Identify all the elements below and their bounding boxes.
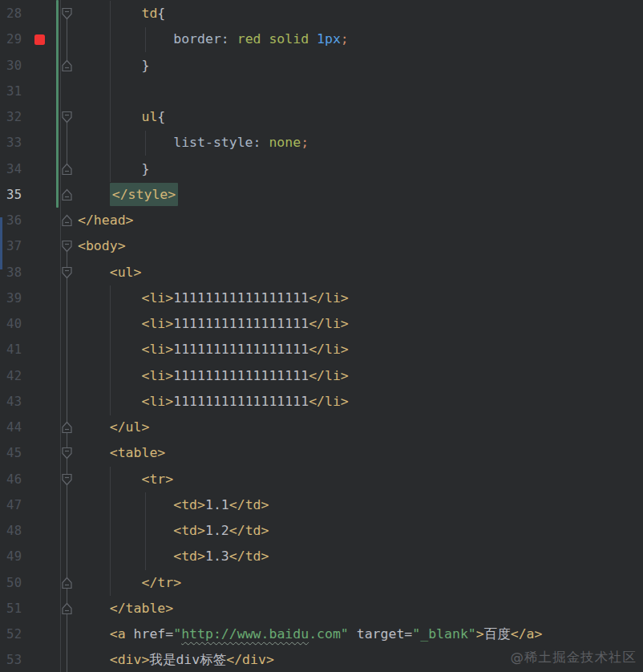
fold-end-icon[interactable] — [62, 163, 72, 176]
code-line-51[interactable]: 51 </table> — [0, 596, 643, 621]
code-text: <li>11111111111111111</li> — [78, 337, 349, 362]
fold-start-icon[interactable] — [62, 240, 72, 253]
fold-start-icon[interactable] — [62, 7, 72, 20]
code-line-50[interactable]: 50 </tr> — [0, 570, 643, 596]
code-text: </head> — [78, 208, 134, 233]
code-line-49[interactable]: 49 <td>1.3</td> — [0, 544, 643, 569]
code-line-46[interactable]: 46 <tr> — [0, 467, 643, 492]
code-text: td{ — [78, 1, 165, 26]
line-number[interactable]: 50 — [6, 570, 42, 596]
code-text: <a href="http://www.baidu.com" target="_… — [78, 621, 542, 647]
fold-end-icon[interactable] — [62, 59, 72, 72]
code-text: <td>1.1</td> — [78, 492, 269, 518]
line-number[interactable]: 32 — [6, 104, 42, 130]
line-number[interactable]: 35 — [6, 182, 42, 208]
code-text: <li>11111111111111111</li> — [78, 389, 349, 415]
line-number[interactable]: 40 — [6, 311, 42, 337]
line-number[interactable]: 49 — [6, 544, 42, 569]
code-line-48[interactable]: 48 <td>1.2</td> — [0, 518, 643, 544]
code-line-41[interactable]: 41 <li>11111111111111111</li> — [0, 337, 643, 362]
line-number[interactable]: 41 — [6, 337, 42, 362]
editor-lines[interactable]: 28 td{29 border: red solid 1px;30 }3132 … — [0, 0, 643, 672]
code-text: <td>1.3</td> — [78, 544, 269, 569]
line-number[interactable]: 36 — [6, 208, 42, 233]
code-text: <div>我是div标签</div> — [78, 647, 274, 672]
code-text: </ul> — [78, 415, 149, 440]
code-text: </tr> — [78, 570, 181, 596]
breakpoint-icon[interactable] — [34, 34, 45, 45]
code-text: <tr> — [78, 467, 173, 492]
code-line-44[interactable]: 44 </ul> — [0, 415, 643, 440]
code-text: <li>11111111111111111</li> — [78, 285, 349, 311]
code-text: <li>11111111111111111</li> — [78, 311, 349, 337]
line-number[interactable]: 43 — [6, 389, 42, 415]
line-number[interactable]: 42 — [6, 363, 42, 389]
line-number[interactable]: 53 — [6, 647, 42, 672]
code-line-28[interactable]: 28 td{ — [0, 1, 643, 26]
code-line-52[interactable]: 52 <a href="http://www.baidu.com" target… — [0, 621, 643, 647]
code-line-45[interactable]: 45 <table> — [0, 440, 643, 466]
code-text: ul{ — [78, 104, 165, 130]
line-number[interactable]: 51 — [6, 596, 42, 621]
fold-start-icon[interactable] — [62, 473, 72, 486]
code-text: <ul> — [78, 260, 142, 285]
fold-start-icon[interactable] — [62, 111, 72, 123]
code-text: </table> — [78, 596, 173, 621]
line-number[interactable]: 30 — [6, 53, 42, 79]
line-number[interactable]: 44 — [6, 415, 42, 440]
code-line-39[interactable]: 39 <li>11111111111111111</li> — [0, 285, 643, 311]
code-text: } — [78, 53, 149, 79]
line-number[interactable]: 33 — [6, 130, 42, 156]
code-text: border: red solid 1px; — [78, 26, 349, 52]
line-number[interactable]: 37 — [6, 233, 42, 259]
fold-end-icon[interactable] — [62, 214, 72, 227]
line-number[interactable]: 45 — [6, 440, 42, 466]
line-number[interactable]: 47 — [6, 492, 42, 518]
code-line-33[interactable]: 33 list-style: none; — [0, 130, 643, 156]
code-text: </style> — [78, 182, 178, 208]
code-text: <table> — [78, 440, 165, 466]
code-line-43[interactable]: 43 <li>11111111111111111</li> — [0, 389, 643, 415]
fold-end-icon[interactable] — [62, 421, 72, 434]
code-line-36[interactable]: 36</head> — [0, 208, 643, 233]
line-number[interactable]: 52 — [6, 621, 42, 647]
line-number[interactable]: 46 — [6, 467, 42, 492]
code-line-37[interactable]: 37<body> — [0, 233, 643, 259]
fold-end-icon[interactable] — [62, 577, 72, 589]
line-number[interactable]: 34 — [6, 156, 42, 182]
code-editor[interactable]: 28 td{29 border: red solid 1px;30 }3132 … — [0, 0, 643, 672]
line-number[interactable]: 48 — [6, 518, 42, 544]
code-line-38[interactable]: 38 <ul> — [0, 260, 643, 285]
fold-start-icon[interactable] — [62, 266, 72, 279]
line-number[interactable]: 31 — [6, 79, 42, 104]
code-line-30[interactable]: 30 } — [0, 53, 643, 79]
code-line-31[interactable]: 31 — [0, 79, 643, 104]
fold-end-icon[interactable] — [62, 602, 72, 615]
fold-start-icon[interactable] — [62, 447, 72, 459]
code-text: <li>11111111111111111</li> — [78, 363, 349, 389]
code-line-34[interactable]: 34 } — [0, 156, 643, 182]
code-text: } — [78, 156, 149, 182]
line-number[interactable]: 28 — [6, 1, 42, 26]
code-text: list-style: none; — [78, 130, 309, 156]
code-text: <td>1.2</td> — [78, 518, 269, 544]
code-line-35[interactable]: 35 </style> — [0, 182, 643, 208]
code-line-29[interactable]: 29 border: red solid 1px; — [0, 26, 643, 52]
code-line-32[interactable]: 32 ul{ — [0, 104, 643, 130]
code-line-47[interactable]: 47 <td>1.1</td> — [0, 492, 643, 518]
code-line-40[interactable]: 40 <li>11111111111111111</li> — [0, 311, 643, 337]
line-number[interactable]: 38 — [6, 260, 42, 285]
code-text: <body> — [78, 233, 126, 259]
code-line-42[interactable]: 42 <li>11111111111111111</li> — [0, 363, 643, 389]
fold-end-icon[interactable] — [62, 188, 72, 201]
watermark: @稀土掘金技术社区 — [511, 649, 637, 666]
line-number[interactable]: 39 — [6, 285, 42, 311]
